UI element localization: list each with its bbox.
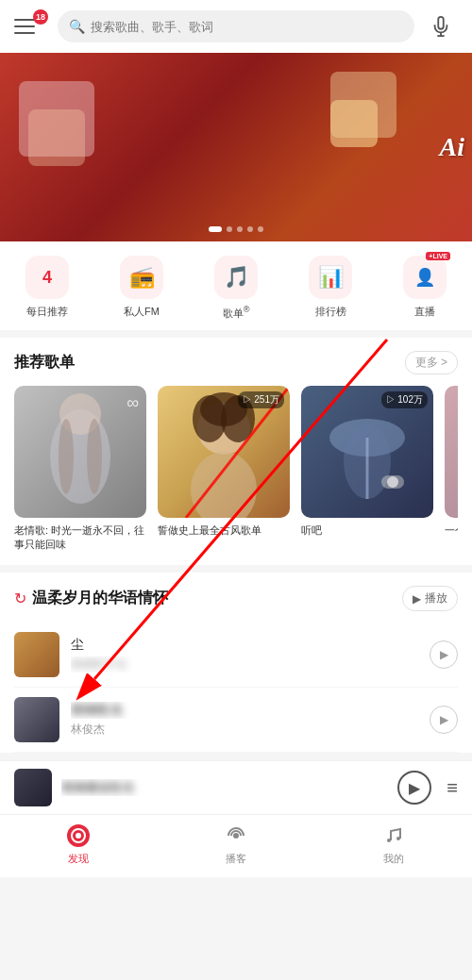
top-bar: 18 🔍 bbox=[0, 0, 472, 53]
quick-label-live: 直播 bbox=[414, 305, 435, 319]
section-title: 推荐歌单 bbox=[14, 353, 75, 373]
banner-dot-1[interactable] bbox=[227, 226, 232, 232]
player-info: 模糊播放歌名 bbox=[61, 779, 388, 796]
song-info-1: 尘 模糊歌手名 bbox=[71, 637, 418, 673]
banner-content: Ai bbox=[0, 53, 472, 241]
song-info-2: 模糊歌名 林俊杰 bbox=[71, 702, 418, 738]
quick-item-chart[interactable]: 📊 排行榜 bbox=[283, 256, 378, 321]
quick-item-live[interactable]: 👤 +LIVE 直播 bbox=[378, 256, 472, 321]
song-item-1[interactable]: 尘 模糊歌手名 ▶ bbox=[14, 623, 458, 688]
daily-section-header: ↻ 温柔岁月的华语情怀 ▶ 播放 bbox=[14, 586, 458, 611]
recommended-playlists-section: 推荐歌单 更多 > ∞ 老情歌: 时光一逝永不回，往事只能回味 bbox=[0, 338, 472, 566]
playlist-title-2: 誓做史上最全古风歌单 bbox=[158, 523, 290, 538]
banner-dot-2[interactable] bbox=[237, 226, 243, 232]
svg-point-7 bbox=[191, 452, 257, 518]
playlist-thumb-4 bbox=[445, 386, 458, 518]
search-bar[interactable]: 🔍 bbox=[58, 10, 414, 42]
nav-icon-discover bbox=[65, 822, 92, 849]
search-icon: 🔍 bbox=[69, 19, 85, 34]
nav-label-podcaster: 播客 bbox=[226, 852, 246, 866]
quick-menu: 4 每日推荐 📻 私人FM 🎵 歌单® 📊 排行榜 👤 +LIVE 直播 bbox=[0, 241, 472, 330]
play-count-2: ▷ 251万 bbox=[238, 391, 284, 408]
song-mv-button-1[interactable]: ▶ bbox=[430, 640, 458, 669]
svg-point-4 bbox=[59, 419, 74, 494]
playlist-title-4: 一个 bbox=[445, 523, 458, 538]
list-icon: ≡ bbox=[447, 777, 458, 798]
svg-rect-17 bbox=[14, 632, 59, 677]
nav-item-discover[interactable]: 发现 bbox=[0, 822, 158, 866]
nav-label-mine: 我的 bbox=[383, 852, 404, 866]
nav-icon-mine bbox=[380, 822, 407, 849]
svg-point-5 bbox=[87, 419, 102, 494]
bottom-nav: 发现 播客 我的 bbox=[0, 814, 472, 877]
more-button[interactable]: 更多 > bbox=[405, 351, 458, 374]
svg-point-14 bbox=[344, 424, 391, 499]
refresh-title: ↻ 温柔岁月的华语情怀 bbox=[14, 589, 168, 608]
song-artist-1: 模糊歌手名 bbox=[71, 656, 418, 673]
daily-section-title: 温柔岁月的华语情怀 bbox=[32, 589, 168, 608]
play-pause-button[interactable]: ▶ bbox=[397, 771, 431, 805]
playlist-card-4[interactable]: 一个 bbox=[445, 386, 458, 553]
quick-item-fm[interactable]: 📻 私人FM bbox=[94, 256, 189, 321]
mv-icon-2: ▶ bbox=[440, 713, 448, 726]
play-count-3: ▷ 102万 bbox=[381, 391, 428, 408]
play-all-button[interactable]: ▶ 播放 bbox=[402, 586, 458, 611]
quick-icon-chart: 📊 bbox=[309, 256, 352, 299]
live-icon: 👤 bbox=[414, 267, 435, 288]
playlist-card-2[interactable]: ▷ 251万 誓做史上最全古风歌单 bbox=[158, 386, 290, 553]
mv-icon-1: ▶ bbox=[440, 648, 448, 661]
song-name-1: 尘 bbox=[71, 637, 418, 654]
nav-item-podcaster[interactable]: 播客 bbox=[158, 822, 315, 866]
playlist-thumb-2: ▷ 251万 bbox=[158, 386, 290, 518]
svg-point-22 bbox=[387, 839, 391, 842]
playlist-thumb-3: ▷ 102万 bbox=[301, 386, 433, 518]
refresh-icon[interactable]: ↻ bbox=[14, 590, 26, 607]
menu-button[interactable]: 18 bbox=[14, 9, 48, 43]
quick-label-playlist: 歌单® bbox=[223, 305, 250, 321]
player-controls: ▶ ≡ bbox=[397, 771, 458, 805]
banner-dot-4[interactable] bbox=[258, 226, 263, 232]
banner[interactable]: Ai bbox=[0, 53, 472, 241]
banner-dots bbox=[209, 226, 263, 232]
chart-icon: 📊 bbox=[318, 265, 344, 290]
quick-label-daily: 每日推荐 bbox=[26, 305, 68, 319]
song-mv-button-2[interactable]: ▶ bbox=[430, 706, 458, 734]
banner-block-4 bbox=[330, 100, 378, 147]
search-input[interactable] bbox=[91, 20, 403, 34]
nav-label-discover: 发现 bbox=[68, 852, 89, 866]
quick-icon-playlist: 🎵 bbox=[214, 256, 258, 299]
banner-dot-3[interactable] bbox=[247, 226, 253, 232]
banner-dot-0[interactable] bbox=[209, 226, 222, 232]
ai-label: Ai bbox=[440, 132, 464, 162]
playlist-thumb-1: ∞ bbox=[14, 386, 146, 518]
daily-songs-section: ↻ 温柔岁月的华语情怀 ▶ 播放 尘 模糊歌手名 ▶ bbox=[0, 573, 472, 753]
section-header: 推荐歌单 更多 > bbox=[14, 351, 458, 374]
song-item-2[interactable]: 模糊歌名 林俊杰 ▶ bbox=[14, 688, 458, 753]
live-badge: +LIVE bbox=[426, 252, 450, 260]
svg-point-16 bbox=[387, 476, 398, 488]
playlist-title-1: 老情歌: 时光一逝永不回，往事只能回味 bbox=[14, 523, 146, 553]
play-all-icon: ▶ bbox=[413, 592, 421, 606]
song-thumb-2 bbox=[14, 697, 59, 742]
svg-point-20 bbox=[76, 833, 81, 839]
song-thumb-1 bbox=[14, 632, 59, 677]
playlist-card-3[interactable]: ▷ 102万 听吧 bbox=[301, 386, 433, 553]
song-artist-2: 林俊杰 bbox=[71, 722, 418, 738]
playlist-card-1[interactable]: ∞ 老情歌: 时光一逝永不回，往事只能回味 bbox=[14, 386, 146, 553]
quick-item-playlist[interactable]: 🎵 歌单® bbox=[189, 256, 283, 321]
infinity-icon: ∞ bbox=[126, 393, 139, 413]
quick-item-daily[interactable]: 4 每日推荐 bbox=[0, 256, 94, 321]
play-icon: ▶ bbox=[409, 779, 420, 797]
playlist-button[interactable]: ≡ bbox=[447, 777, 458, 799]
svg-point-21 bbox=[233, 833, 239, 839]
notification-badge: 18 bbox=[33, 9, 48, 25]
playlist-row: ∞ 老情歌: 时光一逝永不回，往事只能回味 ▷ 251万 誓做史上最全古风 bbox=[14, 386, 458, 553]
song-name-2: 模糊歌名 bbox=[71, 702, 418, 719]
daily-icon: 4 bbox=[42, 268, 52, 288]
playlist-title-3: 听吧 bbox=[301, 523, 433, 538]
playlist-icon: 🎵 bbox=[224, 265, 249, 290]
voice-search-button[interactable] bbox=[424, 9, 458, 43]
player-song-name: 模糊播放歌名 bbox=[61, 779, 388, 796]
play-all-label: 播放 bbox=[425, 590, 447, 606]
nav-item-mine[interactable]: 我的 bbox=[314, 822, 472, 866]
